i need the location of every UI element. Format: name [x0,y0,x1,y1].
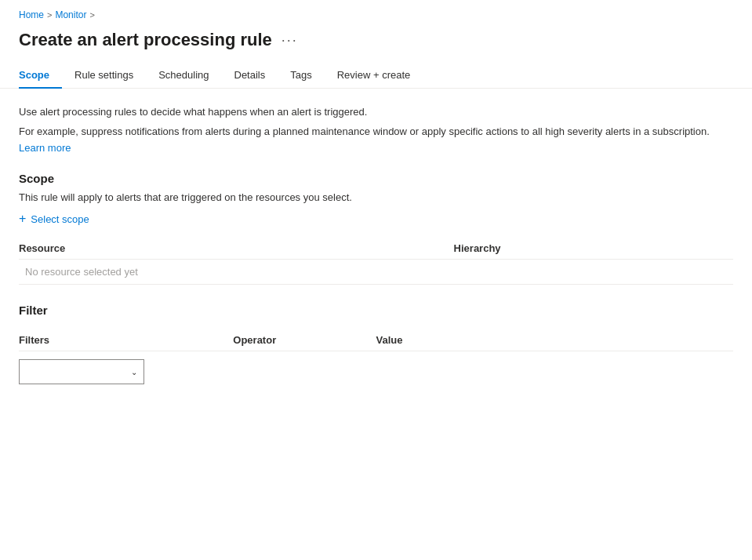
resource-col-header: Resource [19,238,448,260]
tab-details[interactable]: Details [222,63,278,89]
no-resource-message: No resource selected yet [19,260,733,285]
hierarchy-col-header: Hierarchy [448,238,733,260]
more-options-button[interactable]: ··· [282,33,298,47]
value-col-header: Value [376,329,733,351]
tab-rule-settings[interactable]: Rule settings [62,63,146,89]
filter-dropdown[interactable]: ⌄ [19,359,144,384]
learn-more-link[interactable]: Learn more [19,142,71,154]
tab-tags[interactable]: Tags [278,63,324,89]
table-row-empty: No resource selected yet [19,260,733,285]
page-header: Create an alert processing rule ··· [0,27,752,63]
filter-table: Filters Operator Value ⌄ [19,329,733,392]
filter-dropdown-cell: ⌄ [19,351,233,393]
breadcrumb-monitor[interactable]: Monitor [55,9,86,20]
breadcrumb-home[interactable]: Home [19,9,44,20]
tab-scheduling[interactable]: Scheduling [146,63,221,89]
breadcrumb-separator-1: > [47,10,52,20]
resource-table: Resource Hierarchy No resource selected … [19,238,733,285]
scope-section: Scope This rule will apply to alerts tha… [19,172,733,285]
filter-row: ⌄ [19,351,733,393]
filter-section: Filter Filters Operator Value ⌄ [19,304,733,392]
chevron-down-icon: ⌄ [131,368,137,376]
filters-col-header: Filters [19,329,233,351]
tab-bar: Scope Rule settings Scheduling Details T… [0,63,752,89]
tab-review-create[interactable]: Review + create [325,63,423,89]
breadcrumb-separator-2: > [89,10,94,20]
page-title: Create an alert processing rule [19,30,272,50]
info-line-1: Use alert processing rules to decide wha… [19,104,733,121]
breadcrumb: Home > Monitor > [0,0,752,27]
filter-section-title: Filter [19,304,733,317]
info-line-2-text: For example, suppress notifications from… [19,125,710,137]
select-scope-button[interactable]: + Select scope [19,213,89,225]
select-scope-label: Select scope [31,213,89,225]
plus-icon: + [19,213,26,225]
scope-section-title: Scope [19,172,733,185]
main-content: Use alert processing rules to decide wha… [0,89,752,408]
operator-col-header: Operator [233,329,376,351]
info-line-2: For example, suppress notifications from… [19,124,733,157]
scope-section-description: This rule will apply to alerts that are … [19,191,733,203]
operator-cell [233,351,376,393]
tab-scope[interactable]: Scope [19,63,62,89]
value-cell [376,351,733,393]
